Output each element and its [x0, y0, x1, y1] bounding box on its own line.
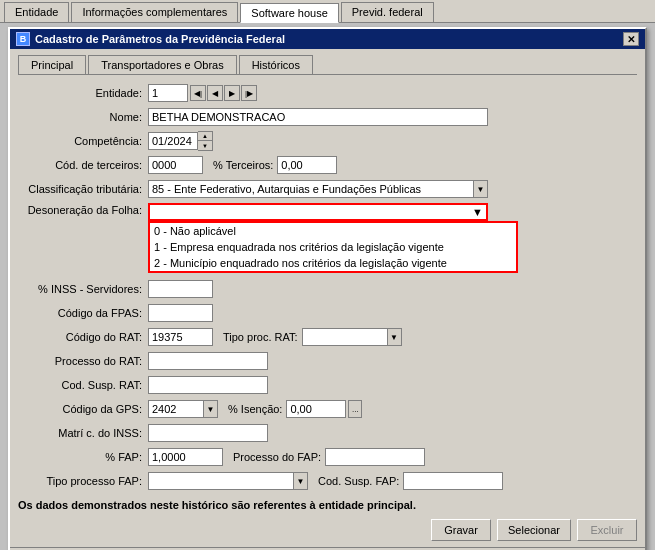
dialog-icon: B [16, 32, 30, 46]
processo-fap-input[interactable] [325, 448, 425, 466]
inss-serv-row: % INSS - Servidores: [18, 279, 637, 299]
processo-rat-label: Processo do RAT: [18, 355, 148, 367]
cod-susp-fap-input[interactable] [403, 472, 503, 490]
tipo-proc-rat-label: Tipo proc. RAT: [223, 331, 298, 343]
nav-prev-button[interactable]: ◀ [207, 85, 223, 101]
cod-fpas-row: Código da FPAS: [18, 303, 637, 323]
desoner-dropdown-trigger[interactable]: ▼ [148, 203, 488, 221]
entidade-row: Entidade: ◀| ◀ ▶ |▶ [18, 83, 637, 103]
cod-gps-row: Código da GPS: 2402 ▼ % Isenção: ... [18, 399, 637, 419]
tipo-proc-fap-row: Tipo processo FAP: ▼ Cod. Susp. FAP: [18, 471, 637, 491]
dialog-titlebar: B Cadastro de Parâmetros da Previdência … [10, 29, 645, 49]
inner-tab-bar: Principal Transportadores e Obras Histór… [18, 55, 637, 75]
inner-btn-row: Gravar Selecionar Excluir [18, 519, 637, 541]
desoner-option-1[interactable]: 1 - Empresa enquadrada nos critérios da … [150, 239, 516, 255]
matric-inss-label: Matrí c. do INSS: [18, 427, 148, 439]
nome-row: Nome: [18, 107, 637, 127]
gravar-inner-button[interactable]: Gravar [431, 519, 491, 541]
tipo-proc-fap-select[interactable] [148, 472, 308, 490]
competencia-label: Competência: [18, 135, 148, 147]
tipo-proc-fap-wrapper: ▼ [148, 472, 308, 490]
dialog-body: Principal Transportadores e Obras Histór… [10, 49, 645, 547]
cod-gps-select-wrapper: 2402 ▼ [148, 400, 218, 418]
nav-last-button[interactable]: |▶ [241, 85, 257, 101]
desoner-dropdown-arrow: ▼ [472, 206, 483, 218]
info-text: Os dados demonstrados neste histórico sã… [18, 497, 637, 513]
nome-input[interactable] [148, 108, 488, 126]
desoner-option-0[interactable]: 0 - Não aplicável [150, 223, 516, 239]
cod-gps-label: Código da GPS: [18, 403, 148, 415]
cod-fpas-label: Código da FPAS: [18, 307, 148, 319]
desoner-dropdown-wrapper: ▼ 0 - Não aplicável 1 - Empresa enquadra… [148, 203, 488, 221]
cod-susp-fap-label: Cod. Susp. FAP: [318, 475, 399, 487]
processo-rat-input[interactable] [148, 352, 268, 370]
cod-rat-row: Código do RAT: Tipo proc. RAT: ▼ [18, 327, 637, 347]
cod-terceiros-input[interactable] [148, 156, 203, 174]
class-trib-row: Classificação tributária: 85 - Ente Fede… [18, 179, 637, 199]
cod-terceiros-label: Cód. de terceiros: [18, 159, 148, 171]
spinner-down[interactable]: ▼ [198, 141, 212, 150]
inss-serv-label: % INSS - Servidores: [18, 283, 148, 295]
pct-fap-label: % FAP: [18, 451, 148, 463]
nav-first-button[interactable]: ◀| [190, 85, 206, 101]
selecionar-inner-button[interactable]: Selecionar [497, 519, 571, 541]
pct-isencao-input[interactable] [286, 400, 346, 418]
class-trib-select[interactable]: 85 - Ente Federativo, Autarquias e Funda… [148, 180, 488, 198]
processo-rat-row: Processo do RAT: [18, 351, 637, 371]
processo-fap-label: Processo do FAP: [233, 451, 321, 463]
class-trib-select-wrapper: 85 - Ente Federativo, Autarquias e Funda… [148, 180, 488, 198]
desoner-row: Desoneração da Folha: ▼ 0 - Não aplicáve… [18, 203, 637, 223]
cod-susp-rat-label: Cod. Susp. RAT: [18, 379, 148, 391]
spinner-up[interactable]: ▲ [198, 132, 212, 141]
tipo-proc-fap-label: Tipo processo FAP: [18, 475, 148, 487]
cod-susp-rat-input[interactable] [148, 376, 268, 394]
cod-gps-select[interactable]: 2402 [148, 400, 218, 418]
tipo-proc-rat-wrapper: ▼ [302, 328, 402, 346]
desoner-label: Desoneração da Folha: [18, 203, 148, 216]
pct-fap-input[interactable] [148, 448, 223, 466]
desoner-dropdown-list: 0 - Não aplicável 1 - Empresa enquadrada… [148, 221, 518, 273]
class-trib-label: Classificação tributária: [18, 183, 148, 195]
nav-next-button[interactable]: ▶ [224, 85, 240, 101]
tipo-proc-rat-select[interactable] [302, 328, 402, 346]
matric-inss-row: Matrí c. do INSS: [18, 423, 637, 443]
cod-rat-label: Código do RAT: [18, 331, 148, 343]
pct-terceiros-input[interactable] [277, 156, 337, 174]
pct-isencao-detail-btn[interactable]: ... [348, 400, 362, 418]
cod-fpas-input[interactable] [148, 304, 213, 322]
desoner-option-2[interactable]: 2 - Município enquadrado nos critérios d… [150, 255, 516, 271]
entidade-input[interactable] [148, 84, 188, 102]
pct-fap-row: % FAP: Processo do FAP: [18, 447, 637, 467]
nav-controls: ◀| ◀ ▶ |▶ [190, 85, 257, 101]
tab-transportadores[interactable]: Transportadores e Obras [88, 55, 236, 74]
pct-terceiros-label: % Terceiros: [213, 159, 273, 171]
tab-software-house[interactable]: Software house [240, 3, 338, 23]
close-button[interactable]: ✕ [623, 32, 639, 46]
entidade-label: Entidade: [18, 87, 148, 99]
dialog-title: Cadastro de Parâmetros da Previdência Fe… [35, 33, 285, 45]
nome-label: Nome: [18, 111, 148, 123]
excluir-inner-button[interactable]: Excluir [577, 519, 637, 541]
inss-serv-input[interactable] [148, 280, 213, 298]
competencia-spinner: ▲ ▼ [148, 131, 213, 151]
cod-rat-input[interactable] [148, 328, 213, 346]
top-tab-bar: Entidade Informações complementares Soft… [0, 0, 655, 23]
competencia-input[interactable] [148, 132, 198, 150]
competencia-row: Competência: ▲ ▼ [18, 131, 637, 151]
main-dialog: B Cadastro de Parâmetros da Previdência … [8, 27, 647, 550]
matric-inss-input[interactable] [148, 424, 268, 442]
pct-isencao-label: % Isenção: [228, 403, 282, 415]
cod-terceiros-row: Cód. de terceiros: % Terceiros: [18, 155, 637, 175]
tab-historicos[interactable]: Históricos [239, 55, 313, 74]
tab-previd-federal[interactable]: Previd. federal [341, 2, 434, 22]
tab-principal[interactable]: Principal [18, 55, 86, 74]
tab-informacoes[interactable]: Informações complementares [71, 2, 238, 22]
tab-entidade[interactable]: Entidade [4, 2, 69, 22]
cod-susp-rat-row: Cod. Susp. RAT: [18, 375, 637, 395]
